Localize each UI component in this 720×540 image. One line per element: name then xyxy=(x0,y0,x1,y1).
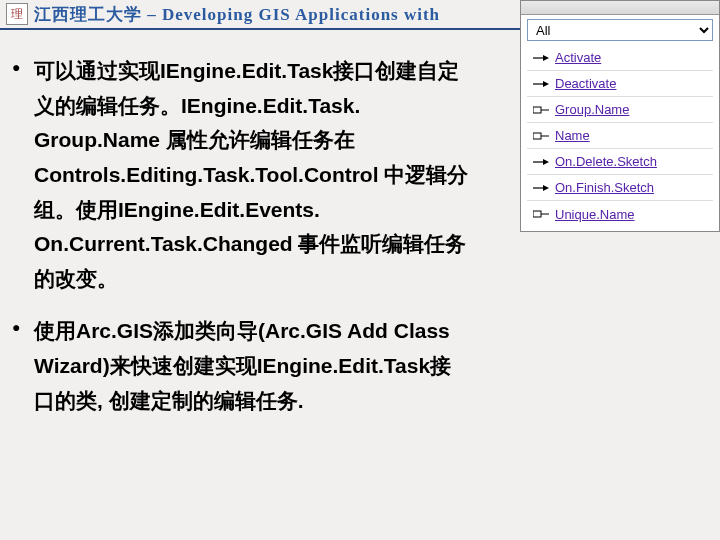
member-filter-select[interactable]: All xyxy=(527,19,713,41)
member-label: Deactivate xyxy=(555,76,616,91)
header-title: 江西理工大学 – Developing GIS Applications wit… xyxy=(34,3,440,26)
member-label: On.Finish.Sketch xyxy=(555,180,654,195)
property-icon xyxy=(527,209,555,219)
svg-marker-11 xyxy=(543,185,549,191)
method-icon xyxy=(527,183,555,193)
title-english: Developing GIS Applications with xyxy=(162,5,440,24)
bullet-1: 可以通过实现IEngine.Edit.Task接口创建自定义的编辑任务。IEng… xyxy=(34,54,472,296)
method-icon xyxy=(527,157,555,167)
members-panel: All Activate Deactivate Group.Name xyxy=(520,0,720,232)
member-label: On.Delete.Sketch xyxy=(555,154,657,169)
member-row[interactable]: Deactivate xyxy=(527,71,713,97)
method-icon xyxy=(527,53,555,63)
svg-rect-4 xyxy=(533,107,541,113)
member-row[interactable]: Group.Name xyxy=(527,97,713,123)
university-logo: 理 xyxy=(6,3,28,25)
member-label: Group.Name xyxy=(555,102,629,117)
svg-marker-3 xyxy=(543,81,549,87)
title-separator: – xyxy=(142,5,162,24)
panel-titlebar xyxy=(521,1,719,15)
slide-body: 可以通过实现IEngine.Edit.Task接口创建自定义的编辑任务。IEng… xyxy=(0,30,490,446)
svg-rect-6 xyxy=(533,133,541,139)
svg-marker-9 xyxy=(543,159,549,165)
member-row[interactable]: On.Delete.Sketch xyxy=(527,149,713,175)
member-row[interactable]: On.Finish.Sketch xyxy=(527,175,713,201)
svg-marker-1 xyxy=(543,55,549,61)
member-row[interactable]: Unique.Name xyxy=(527,201,713,227)
university-name: 江西理工大学 xyxy=(34,5,142,24)
member-filter-dropdown[interactable]: All xyxy=(527,19,713,41)
member-row[interactable]: Name xyxy=(527,123,713,149)
property-icon xyxy=(527,105,555,115)
bullet-2: 使用Arc.GIS添加类向导(Arc.GIS Add Class Wizard)… xyxy=(34,314,472,418)
method-icon xyxy=(527,79,555,89)
member-label: Activate xyxy=(555,50,601,65)
member-label: Unique.Name xyxy=(555,207,635,222)
member-label: Name xyxy=(555,128,590,143)
svg-rect-12 xyxy=(533,211,541,217)
member-row[interactable]: Activate xyxy=(527,45,713,71)
property-icon xyxy=(527,131,555,141)
